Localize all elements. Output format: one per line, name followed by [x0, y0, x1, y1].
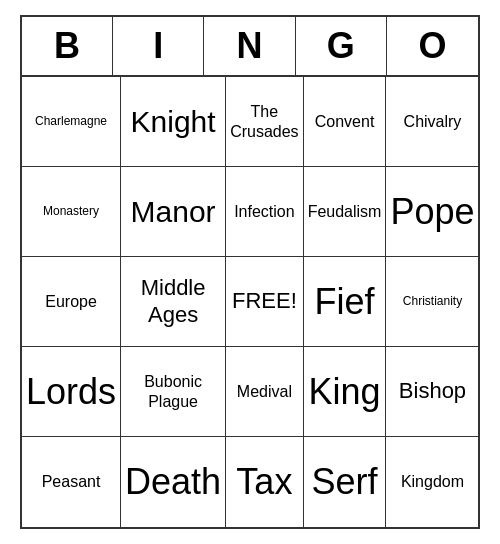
bingo-cell-6: Manor	[121, 167, 226, 257]
bingo-cell-16: Bubonic Plague	[121, 347, 226, 437]
cell-text-3: Convent	[315, 112, 375, 131]
cell-text-8: Feudalism	[308, 202, 382, 221]
cell-text-11: Middle Ages	[125, 275, 221, 328]
cell-text-0: Charlemagne	[35, 114, 107, 128]
bingo-cell-10: Europe	[22, 257, 121, 347]
cell-text-4: Chivalry	[404, 112, 462, 131]
cell-text-5: Monastery	[43, 204, 99, 218]
bingo-cell-8: Feudalism	[304, 167, 387, 257]
bingo-cell-23: Serf	[304, 437, 387, 527]
header-letter-o: O	[387, 17, 478, 75]
bingo-cell-13: Fief	[304, 257, 387, 347]
header-letter-g: G	[296, 17, 387, 75]
bingo-cell-12: FREE!	[226, 257, 303, 347]
bingo-cell-1: Knight	[121, 77, 226, 167]
cell-text-15: Lords	[26, 370, 116, 413]
cell-text-19: Bishop	[399, 378, 466, 404]
header-letter-n: N	[204, 17, 295, 75]
bingo-cell-3: Convent	[304, 77, 387, 167]
cell-text-20: Peasant	[42, 472, 101, 491]
cell-text-7: Infection	[234, 202, 294, 221]
bingo-cell-17: Medival	[226, 347, 303, 437]
header-letter-i: I	[113, 17, 204, 75]
cell-text-9: Pope	[390, 190, 474, 233]
bingo-cell-5: Monastery	[22, 167, 121, 257]
bingo-cell-22: Tax	[226, 437, 303, 527]
cell-text-23: Serf	[312, 460, 378, 503]
header-letter-b: B	[22, 17, 113, 75]
cell-text-17: Medival	[237, 382, 292, 401]
cell-text-16: Bubonic Plague	[125, 372, 221, 410]
cell-text-13: Fief	[315, 280, 375, 323]
bingo-cell-4: Chivalry	[386, 77, 478, 167]
cell-text-6: Manor	[131, 194, 216, 230]
bingo-cell-15: Lords	[22, 347, 121, 437]
bingo-card: BINGO CharlemagneKnightThe CrusadesConve…	[20, 15, 480, 529]
cell-text-21: Death	[125, 460, 221, 503]
bingo-grid: CharlemagneKnightThe CrusadesConventChiv…	[22, 77, 478, 527]
cell-text-12: FREE!	[232, 288, 297, 314]
bingo-cell-21: Death	[121, 437, 226, 527]
bingo-cell-19: Bishop	[386, 347, 478, 437]
bingo-cell-20: Peasant	[22, 437, 121, 527]
cell-text-14: Christianity	[403, 294, 462, 308]
cell-text-2: The Crusades	[230, 102, 298, 140]
bingo-cell-2: The Crusades	[226, 77, 303, 167]
cell-text-1: Knight	[131, 104, 216, 140]
bingo-cell-14: Christianity	[386, 257, 478, 347]
cell-text-22: Tax	[236, 460, 292, 503]
cell-text-24: Kingdom	[401, 472, 464, 491]
cell-text-10: Europe	[45, 292, 97, 311]
bingo-cell-18: King	[304, 347, 387, 437]
bingo-cell-0: Charlemagne	[22, 77, 121, 167]
bingo-cell-7: Infection	[226, 167, 303, 257]
bingo-cell-9: Pope	[386, 167, 478, 257]
bingo-cell-24: Kingdom	[386, 437, 478, 527]
bingo-cell-11: Middle Ages	[121, 257, 226, 347]
bingo-header: BINGO	[22, 17, 478, 77]
cell-text-18: King	[309, 370, 381, 413]
